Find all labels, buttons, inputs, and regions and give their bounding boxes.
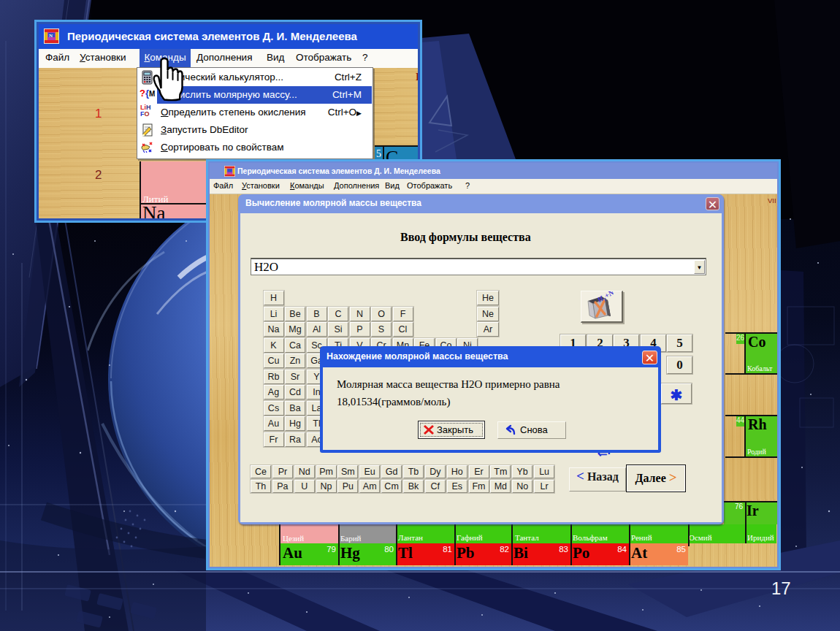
svg-text:N: N [49,33,53,39]
